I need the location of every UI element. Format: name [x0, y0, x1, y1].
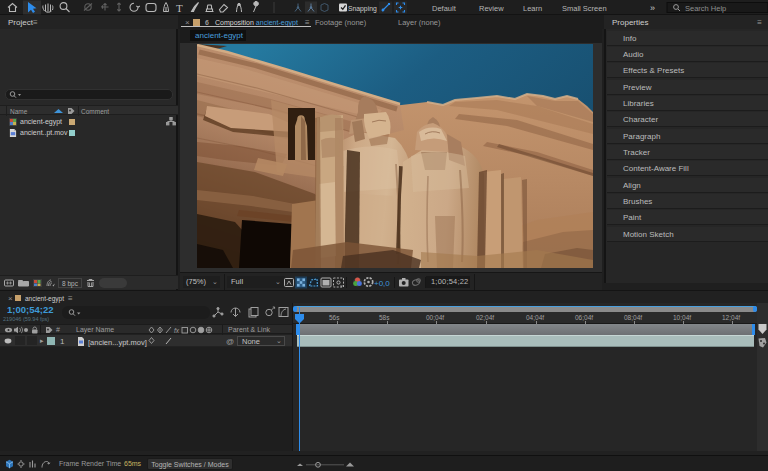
- svg-text:+0,0: +0,0: [374, 279, 390, 288]
- svg-text:Snapping: Snapping: [348, 5, 377, 13]
- svg-text:T: T: [176, 2, 183, 14]
- svg-text:fx: fx: [174, 327, 180, 334]
- svg-text:Learn: Learn: [523, 4, 542, 13]
- svg-text:»: »: [650, 3, 655, 13]
- svg-text:Small Screen: Small Screen: [562, 4, 607, 13]
- svg-text:Default: Default: [432, 4, 457, 13]
- svg-text:Search Help: Search Help: [685, 4, 726, 13]
- svg-text:Review: Review: [479, 4, 504, 13]
